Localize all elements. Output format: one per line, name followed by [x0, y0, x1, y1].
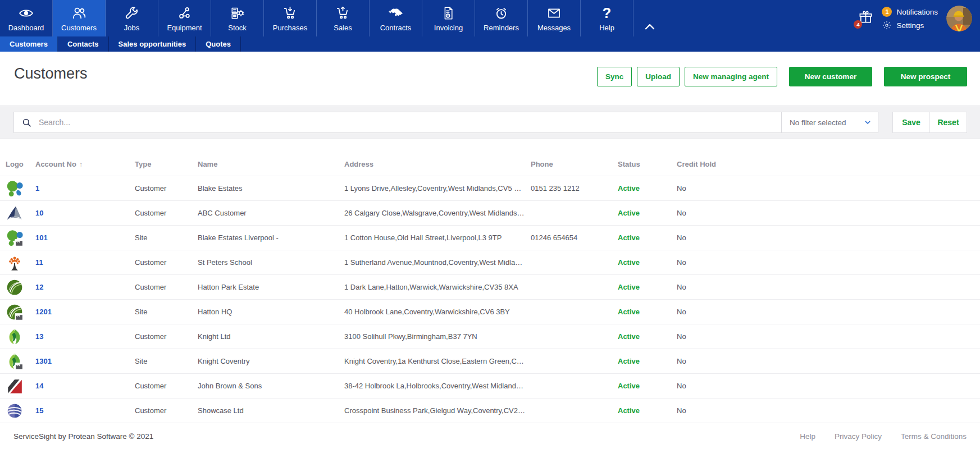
nav-item-messages[interactable]: Messages — [528, 0, 581, 36]
account-no-link[interactable]: 11 — [35, 258, 43, 267]
chevron-up-icon — [642, 20, 657, 36]
invoice-icon — [441, 6, 456, 21]
account-no-link[interactable]: 10 — [35, 209, 43, 217]
type-cell: Customer — [135, 382, 198, 390]
status-cell: Active — [618, 308, 677, 316]
gear-icon — [882, 21, 892, 30]
account-no-link[interactable]: 12 — [35, 283, 43, 291]
table-row[interactable]: 1201 Site Hatton HQ 40 Holbrook Lane,Cov… — [0, 300, 980, 324]
column-header-address[interactable]: Address — [344, 160, 531, 168]
nav-item-purchases[interactable]: Purchases — [264, 0, 317, 36]
question-mark-icon: ? — [599, 6, 614, 21]
logo-cell — [6, 352, 35, 370]
column-header-name[interactable]: Name — [198, 160, 344, 168]
name-cell: Blake Estates Liverpool - — [198, 233, 344, 242]
name-cell: John Brown & Sons — [198, 382, 344, 390]
account-no-cell: 11 — [35, 258, 135, 267]
table-row[interactable]: 14 Customer John Brown & Sons 38-42 Holb… — [0, 374, 980, 398]
account-no-cell: 13 — [35, 332, 135, 341]
logo-cell — [6, 402, 35, 420]
boxes-gear-icon — [230, 6, 245, 21]
sync-button[interactable]: Sync — [597, 67, 632, 86]
table-row[interactable]: 11 Customer St Peters School 1 Sutherlan… — [0, 250, 980, 275]
nav-item-stock[interactable]: Stock — [211, 0, 264, 36]
nav-item-help[interactable]: ? Help — [581, 0, 633, 36]
subnav-item-sales-opportunities[interactable]: Sales opportunities — [109, 36, 197, 52]
nav-item-reminders[interactable]: Reminders — [475, 0, 528, 36]
svg-text:?: ? — [603, 6, 612, 21]
column-header-status[interactable]: Status — [618, 160, 677, 168]
table-row[interactable]: 15 Customer Showcase Ltd Crosspoint Busi… — [0, 398, 980, 423]
type-cell: Customer — [135, 283, 198, 291]
footer-link-privacy-policy[interactable]: Privacy Policy — [835, 432, 882, 441]
table-row[interactable]: 10 Customer ABC Customer 26 Calgary Clos… — [0, 201, 980, 226]
nav-item-dashboard[interactable]: Dashboard — [0, 0, 53, 36]
settings-button[interactable]: Settings — [882, 21, 938, 30]
search-input[interactable] — [38, 112, 781, 132]
account-no-link[interactable]: 15 — [35, 406, 43, 415]
copyright-text: ServiceSight by Protean Software © 2021 — [13, 432, 153, 441]
sort-ascending-icon: ↑ — [79, 161, 83, 168]
account-no-link[interactable]: 1201 — [35, 308, 52, 316]
footer-link-help[interactable]: Help — [800, 432, 815, 441]
app-root: Dashboard Customers Jobs Equipment Stock… — [0, 0, 980, 449]
table-row[interactable]: 101 Site Blake Estates Liverpool - 1 Cot… — [0, 226, 980, 250]
customers-table: Logo Account No↑ Type Name Address Phone… — [0, 139, 980, 423]
credit-hold-cell: No — [677, 308, 967, 316]
column-header-type[interactable]: Type — [135, 160, 198, 168]
knight-site-logo — [6, 352, 24, 370]
credit-hold-cell: No — [677, 332, 967, 341]
table-row[interactable]: 1301 Site Knight Coventry Knight Coventr… — [0, 349, 980, 374]
new-prospect-button[interactable]: New prospect — [884, 67, 967, 86]
type-cell: Customer — [135, 184, 198, 193]
account-no-link[interactable]: 13 — [35, 332, 43, 341]
new-customer-button[interactable]: New customer — [789, 67, 872, 86]
upload-button[interactable]: Upload — [637, 67, 680, 86]
whats-new-button[interactable]: 4 — [858, 10, 873, 27]
status-cell: Active — [618, 258, 677, 267]
notification-count-badge: 1 — [882, 7, 892, 17]
table-row[interactable]: 12 Customer Hatton Park Estate 1 Dark La… — [0, 275, 980, 300]
column-header-credit-hold[interactable]: Credit Hold — [677, 160, 967, 168]
column-header-phone[interactable]: Phone — [531, 160, 618, 168]
nav-item-sales[interactable]: Sales — [317, 0, 370, 36]
user-avatar[interactable] — [946, 6, 972, 31]
collapse-nav-button[interactable] — [633, 0, 666, 36]
account-no-cell: 101 — [35, 233, 135, 242]
account-no-link[interactable]: 1 — [35, 184, 39, 193]
blake-estates-logo — [6, 180, 24, 198]
wrench-icon — [124, 6, 139, 21]
address-cell: 3100 Solihull Pkwy,Birmingham,B37 7YN — [344, 332, 531, 341]
account-no-link[interactable]: 101 — [35, 233, 48, 242]
logo-cell — [6, 229, 35, 247]
page-footer: ServiceSight by Protean Software © 2021 … — [0, 423, 980, 449]
address-cell: 26 Calgary Close,Walsgrave,Coventry,West… — [344, 209, 531, 217]
status-cell: Active — [618, 209, 677, 217]
envelope-icon — [546, 6, 562, 21]
account-no-link[interactable]: 1301 — [35, 357, 52, 365]
nav-item-equipment[interactable]: Equipment — [158, 0, 211, 36]
footer-link-terms-conditions[interactable]: Terms & Conditions — [901, 432, 967, 441]
nav-item-customers[interactable]: Customers — [53, 0, 106, 36]
subnav-item-contacts[interactable]: Contacts — [58, 36, 109, 52]
table-row[interactable]: 13 Customer Knight Ltd 3100 Solihull Pkw… — [0, 324, 980, 349]
filter-dropdown[interactable]: No filter selected — [781, 112, 878, 132]
save-filter-button[interactable]: Save — [893, 112, 930, 132]
nav-item-invoicing[interactable]: Invoicing — [422, 0, 475, 36]
notifications-button[interactable]: 1 Notifications — [882, 7, 938, 17]
address-cell: 1 Lyons Drive,Allesley,Coventry,West Mid… — [344, 184, 531, 193]
hatton-logo — [6, 278, 24, 296]
new-managing-agent-button[interactable]: New managing agent — [685, 67, 777, 86]
nav-item-jobs[interactable]: Jobs — [106, 0, 158, 36]
reset-filter-button[interactable]: Reset — [930, 112, 967, 132]
table-row[interactable]: 1 Customer Blake Estates 1 Lyons Drive,A… — [0, 176, 980, 201]
nav-item-contracts[interactable]: Contracts — [370, 0, 422, 36]
name-cell: St Peters School — [198, 258, 344, 267]
account-no-cell: 1201 — [35, 308, 135, 316]
column-header-logo: Logo — [6, 160, 35, 168]
account-no-link[interactable]: 14 — [35, 382, 43, 390]
subnav-item-quotes[interactable]: Quotes — [196, 36, 241, 52]
column-header-account-no[interactable]: Account No↑ — [35, 160, 135, 168]
worker-avatar-image — [946, 6, 972, 31]
subnav-item-customers[interactable]: Customers — [0, 36, 58, 52]
